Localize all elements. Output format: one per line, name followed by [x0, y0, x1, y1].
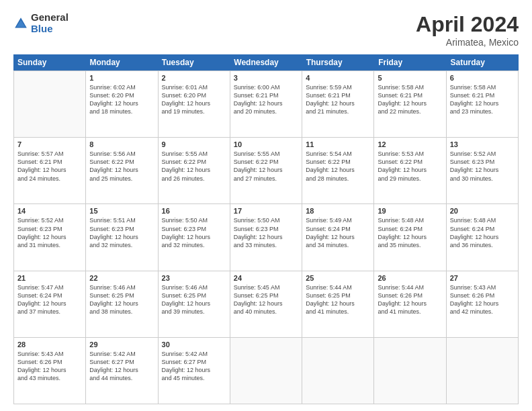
day-number: 24 [234, 274, 298, 282]
cell-daylight-text: Sunrise: 5:54 AM Sunset: 6:22 PM Dayligh… [306, 150, 370, 183]
day-number: 23 [162, 274, 226, 282]
cell-daylight-text: Sunrise: 5:53 AM Sunset: 6:22 PM Dayligh… [378, 150, 442, 183]
logo-text: General Blue [31, 12, 69, 34]
calendar-cell-empty [14, 71, 86, 137]
calendar-cell-23: 23Sunrise: 5:46 AM Sunset: 6:25 PM Dayli… [159, 271, 230, 337]
logo-general: General [31, 12, 69, 24]
cell-daylight-text: Sunrise: 5:48 AM Sunset: 6:24 PM Dayligh… [378, 216, 442, 249]
calendar-cell-27: 27Sunrise: 5:43 AM Sunset: 6:26 PM Dayli… [447, 271, 519, 337]
calendar-cell-16: 16Sunrise: 5:50 AM Sunset: 6:23 PM Dayli… [159, 204, 230, 270]
title-location: Arimatea, Mexico [416, 37, 519, 48]
header: General Blue April 2024 Arimatea, Mexico [13, 12, 519, 48]
day-number: 25 [306, 274, 370, 282]
cell-daylight-text: Sunrise: 5:57 AM Sunset: 6:21 PM Dayligh… [17, 150, 82, 183]
calendar-cell-21: 21Sunrise: 5:47 AM Sunset: 6:24 PM Dayli… [14, 271, 86, 337]
calendar-header: SundayMondayTuesdayWednesdayThursdayFrid… [13, 54, 519, 71]
calendar-cell-8: 8Sunrise: 5:56 AM Sunset: 6:22 PM Daylig… [86, 138, 158, 203]
day-number: 5 [378, 74, 442, 82]
calendar-cell-26: 26Sunrise: 5:44 AM Sunset: 6:26 PM Dayli… [374, 271, 446, 337]
calendar-cell-4: 4Sunrise: 5:59 AM Sunset: 6:21 PM Daylig… [302, 71, 374, 137]
page: General Blue April 2024 Arimatea, Mexico… [0, 0, 532, 411]
title-month: April 2024 [416, 12, 519, 37]
calendar-row-2: 14Sunrise: 5:52 AM Sunset: 6:23 PM Dayli… [14, 204, 519, 271]
cell-daylight-text: Sunrise: 5:46 AM Sunset: 6:25 PM Dayligh… [89, 283, 154, 316]
header-day-monday: Monday [85, 54, 157, 71]
calendar-cell-13: 13Sunrise: 5:52 AM Sunset: 6:23 PM Dayli… [447, 138, 519, 203]
calendar-cell-24: 24Sunrise: 5:45 AM Sunset: 6:25 PM Dayli… [230, 271, 302, 337]
day-number: 9 [162, 140, 226, 148]
day-number: 6 [450, 74, 515, 82]
calendar-cell-11: 11Sunrise: 5:54 AM Sunset: 6:22 PM Dayli… [302, 138, 374, 203]
calendar: SundayMondayTuesdayWednesdayThursdayFrid… [13, 54, 519, 404]
calendar-cell-29: 29Sunrise: 5:42 AM Sunset: 6:27 PM Dayli… [86, 338, 158, 404]
cell-daylight-text: Sunrise: 5:52 AM Sunset: 6:23 PM Dayligh… [450, 150, 515, 183]
calendar-row-4: 28Sunrise: 5:43 AM Sunset: 6:26 PM Dayli… [14, 338, 519, 404]
cell-daylight-text: Sunrise: 5:55 AM Sunset: 6:22 PM Dayligh… [162, 150, 226, 183]
day-number: 20 [450, 207, 515, 215]
day-number: 11 [306, 140, 370, 148]
calendar-cell-7: 7Sunrise: 5:57 AM Sunset: 6:21 PM Daylig… [14, 138, 86, 203]
day-number: 21 [17, 274, 82, 282]
cell-daylight-text: Sunrise: 5:42 AM Sunset: 6:27 PM Dayligh… [89, 350, 154, 383]
header-day-thursday: Thursday [302, 54, 374, 71]
calendar-cell-2: 2Sunrise: 6:01 AM Sunset: 6:20 PM Daylig… [159, 71, 230, 137]
logo-blue: Blue [31, 24, 69, 35]
cell-daylight-text: Sunrise: 6:02 AM Sunset: 6:20 PM Dayligh… [89, 83, 154, 116]
day-number: 10 [234, 140, 298, 148]
day-number: 19 [378, 207, 442, 215]
logo: General Blue [13, 12, 69, 34]
day-number: 8 [89, 140, 154, 148]
header-day-saturday: Saturday [447, 54, 519, 71]
calendar-cell-22: 22Sunrise: 5:46 AM Sunset: 6:25 PM Dayli… [86, 271, 158, 337]
calendar-cell-1: 1Sunrise: 6:02 AM Sunset: 6:20 PM Daylig… [86, 71, 158, 137]
calendar-cell-18: 18Sunrise: 5:49 AM Sunset: 6:24 PM Dayli… [302, 204, 374, 270]
cell-daylight-text: Sunrise: 5:47 AM Sunset: 6:24 PM Dayligh… [17, 283, 82, 316]
cell-daylight-text: Sunrise: 5:55 AM Sunset: 6:22 PM Dayligh… [234, 150, 298, 183]
day-number: 28 [17, 340, 82, 349]
calendar-cell-empty [302, 338, 374, 404]
calendar-cell-12: 12Sunrise: 5:53 AM Sunset: 6:22 PM Dayli… [374, 138, 446, 203]
calendar-cell-9: 9Sunrise: 5:55 AM Sunset: 6:22 PM Daylig… [159, 138, 230, 203]
day-number: 27 [450, 274, 515, 282]
cell-daylight-text: Sunrise: 5:44 AM Sunset: 6:25 PM Dayligh… [306, 283, 370, 316]
day-number: 3 [234, 74, 298, 82]
calendar-cell-17: 17Sunrise: 5:50 AM Sunset: 6:23 PM Dayli… [230, 204, 302, 270]
day-number: 22 [89, 274, 154, 282]
cell-daylight-text: Sunrise: 6:00 AM Sunset: 6:21 PM Dayligh… [234, 83, 298, 116]
cell-daylight-text: Sunrise: 5:43 AM Sunset: 6:26 PM Dayligh… [450, 283, 515, 316]
calendar-row-1: 7Sunrise: 5:57 AM Sunset: 6:21 PM Daylig… [14, 138, 519, 204]
day-number: 29 [89, 340, 154, 349]
calendar-body: 1Sunrise: 6:02 AM Sunset: 6:20 PM Daylig… [13, 71, 519, 404]
cell-daylight-text: Sunrise: 5:59 AM Sunset: 6:21 PM Dayligh… [306, 83, 370, 116]
logo-icon [13, 16, 28, 31]
day-number: 1 [89, 74, 154, 82]
calendar-cell-28: 28Sunrise: 5:43 AM Sunset: 6:26 PM Dayli… [14, 338, 86, 404]
calendar-cell-empty [447, 338, 519, 404]
day-number: 18 [306, 207, 370, 215]
day-number: 16 [162, 207, 226, 215]
day-number: 15 [89, 207, 154, 215]
cell-daylight-text: Sunrise: 5:46 AM Sunset: 6:25 PM Dayligh… [162, 283, 226, 316]
day-number: 13 [450, 140, 515, 148]
calendar-cell-10: 10Sunrise: 5:55 AM Sunset: 6:22 PM Dayli… [230, 138, 302, 203]
day-number: 4 [306, 74, 370, 82]
cell-daylight-text: Sunrise: 5:43 AM Sunset: 6:26 PM Dayligh… [17, 350, 82, 383]
calendar-cell-empty [374, 338, 446, 404]
cell-daylight-text: Sunrise: 5:48 AM Sunset: 6:24 PM Dayligh… [450, 216, 515, 249]
day-number: 17 [234, 207, 298, 215]
cell-daylight-text: Sunrise: 5:58 AM Sunset: 6:21 PM Dayligh… [450, 83, 515, 116]
day-number: 7 [17, 140, 82, 148]
cell-daylight-text: Sunrise: 5:42 AM Sunset: 6:27 PM Dayligh… [162, 350, 226, 383]
calendar-cell-20: 20Sunrise: 5:48 AM Sunset: 6:24 PM Dayli… [447, 204, 519, 270]
calendar-row-0: 1Sunrise: 6:02 AM Sunset: 6:20 PM Daylig… [14, 71, 519, 138]
header-day-friday: Friday [374, 54, 446, 71]
day-number: 12 [378, 140, 442, 148]
calendar-cell-15: 15Sunrise: 5:51 AM Sunset: 6:23 PM Dayli… [86, 204, 158, 270]
cell-daylight-text: Sunrise: 6:01 AM Sunset: 6:20 PM Dayligh… [162, 83, 226, 116]
cell-daylight-text: Sunrise: 5:49 AM Sunset: 6:24 PM Dayligh… [306, 216, 370, 249]
cell-daylight-text: Sunrise: 5:45 AM Sunset: 6:25 PM Dayligh… [234, 283, 298, 316]
day-number: 30 [162, 340, 226, 349]
cell-daylight-text: Sunrise: 5:50 AM Sunset: 6:23 PM Dayligh… [234, 216, 298, 249]
calendar-cell-30: 30Sunrise: 5:42 AM Sunset: 6:27 PM Dayli… [159, 338, 230, 404]
cell-daylight-text: Sunrise: 5:50 AM Sunset: 6:23 PM Dayligh… [162, 216, 226, 249]
